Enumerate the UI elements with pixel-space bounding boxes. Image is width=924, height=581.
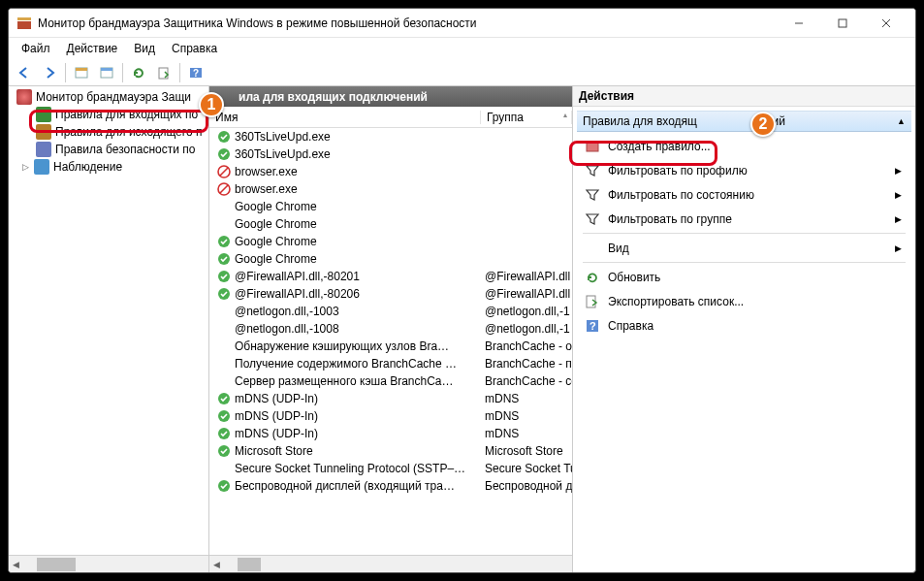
inbound-icon	[36, 107, 51, 122]
rule-name: mDNS (UDP-In)	[235, 409, 318, 423]
rules-panel: XXXила для входящих подключений Имя Груп…	[209, 86, 573, 572]
rule-row[interactable]: @FirewallAPI.dll,-80201@FirewallAPI.dll	[209, 268, 572, 285]
rule-row[interactable]: Secure Socket Tunneling Protocol (SSTP–……	[209, 460, 572, 477]
status-icon	[217, 462, 231, 475]
rule-name: @FirewallAPI.dll,-80201	[235, 270, 360, 283]
tree-root[interactable]: Монитор брандмауэра Защи	[9, 88, 208, 106]
rule-name: @netlogon.dll,-1008	[235, 322, 339, 336]
status-icon	[217, 444, 231, 458]
status-icon	[217, 427, 231, 440]
action-label: Вид	[608, 242, 629, 255]
rule-row[interactable]: Google Chrome	[209, 233, 572, 250]
action-item[interactable]: Вид▶	[577, 236, 911, 260]
new-window-icon[interactable]	[70, 62, 93, 83]
close-button[interactable]	[864, 10, 908, 37]
action-label: Фильтровать по группе	[608, 212, 732, 226]
content-area: Монитор брандмауэра Защи Правила для вхо…	[9, 86, 915, 572]
status-icon	[217, 270, 231, 283]
rule-row[interactable]: Microsoft StoreMicrosoft Store	[209, 442, 572, 460]
rule-row[interactable]: Получение содержимого BranchCache …Branc…	[209, 355, 572, 372]
list-hscrollbar[interactable]: ◀	[209, 555, 572, 572]
rule-row[interactable]: mDNS (UDP-In)mDNS	[209, 390, 572, 407]
rule-row[interactable]: 360TsLiveUpd.exe	[209, 145, 572, 163]
menu-action[interactable]: Действие	[60, 40, 125, 57]
action-item[interactable]: Экспортировать список...	[577, 289, 911, 313]
action-item[interactable]: Фильтровать по состоянию▶	[577, 182, 911, 207]
filter-icon	[585, 211, 600, 227]
rule-row[interactable]: @netlogon.dll,-1008@netlogon.dll,-1	[209, 320, 572, 338]
action-item[interactable]: Фильтровать по профилю▶	[577, 158, 911, 182]
rule-row[interactable]: Беспроводной дисплей (входящий тра…Беспр…	[209, 477, 572, 495]
filter-icon	[585, 187, 600, 203]
rule-row[interactable]: @FirewallAPI.dll,-80206@FirewallAPI.dll	[209, 285, 572, 303]
rule-name: Обнаружение кэширующих узлов Bra…	[235, 339, 449, 353]
tree-item-monitor[interactable]: ▷ Наблюдение	[9, 158, 208, 176]
svg-line-18	[220, 185, 228, 193]
tree-item-label: Правила для исходящего п	[55, 125, 202, 139]
refresh-icon[interactable]	[127, 62, 150, 83]
tree-item-inbound[interactable]: Правила для входящих по	[9, 106, 208, 123]
rule-row[interactable]: Google Chrome	[209, 215, 572, 233]
status-icon	[217, 305, 231, 318]
menu-view[interactable]: Вид	[127, 40, 162, 57]
new-icon	[585, 139, 600, 154]
action-label: Обновить	[608, 271, 660, 284]
back-button[interactable]	[13, 62, 36, 83]
actions-title: Действия	[573, 86, 915, 107]
forward-button[interactable]	[38, 62, 61, 83]
details-icon[interactable]	[95, 62, 118, 83]
maximize-button[interactable]	[820, 10, 864, 37]
action-item[interactable]: ?Справка	[577, 313, 911, 338]
rule-name: Secure Socket Tunneling Protocol (SSTP–…	[235, 462, 465, 475]
tree-hscrollbar[interactable]: ◀	[9, 555, 208, 572]
rule-name: 360TsLiveUpd.exe	[235, 147, 331, 161]
rule-row[interactable]: @netlogon.dll,-1003@netlogon.dll,-1	[209, 303, 572, 320]
rule-name: 360TsLiveUpd.exe	[235, 130, 331, 144]
rule-row[interactable]: Обнаружение кэширующих узлов Bra…BranchC…	[209, 338, 572, 355]
chevron-right-icon: ▶	[895, 214, 902, 224]
rule-row[interactable]: mDNS (UDP-In)mDNS	[209, 425, 572, 442]
toolbar: ?	[9, 59, 915, 86]
rule-row[interactable]: Google Chrome	[209, 198, 572, 215]
expander-icon[interactable]: ▷	[22, 162, 34, 172]
minimize-button[interactable]	[777, 10, 820, 37]
column-name[interactable]: Имя	[209, 111, 481, 124]
column-group[interactable]: Группа▴	[481, 111, 572, 124]
rule-row[interactable]: browser.exe	[209, 180, 572, 198]
rule-name: @FirewallAPI.dll,-80206	[235, 287, 360, 301]
action-item[interactable]: Обновить	[577, 265, 911, 289]
rule-name: Google Chrome	[235, 217, 317, 231]
badge-2: 2	[750, 112, 776, 137]
rule-row[interactable]: Google Chrome	[209, 250, 572, 268]
rule-name: Беспроводной дисплей (входящий тра…	[235, 479, 455, 493]
status-icon	[217, 322, 231, 336]
rule-group: Беспроводной д	[481, 479, 572, 493]
rule-row[interactable]: mDNS (UDP-In)mDNS	[209, 407, 572, 425]
rule-group: @FirewallAPI.dll	[481, 287, 572, 301]
export-icon[interactable]	[152, 62, 175, 83]
menu-help[interactable]: Справка	[165, 40, 224, 57]
status-icon	[217, 374, 231, 388]
titlebar: Монитор брандмауэра Защитника Windows в …	[9, 9, 915, 38]
rule-name: Google Chrome	[235, 252, 317, 266]
tree-item-security[interactable]: Правила безопасности по	[9, 141, 208, 158]
rule-group: BranchCache - об	[481, 339, 572, 353]
action-item[interactable]: Создать правило...	[577, 134, 911, 158]
svg-rect-9	[101, 68, 112, 71]
rule-row[interactable]: 360TsLiveUpd.exe	[209, 128, 572, 145]
chevron-right-icon: ▶	[895, 166, 902, 176]
tree-item-outbound[interactable]: Правила для исходящего п	[9, 123, 208, 141]
menu-file[interactable]: Файл	[15, 40, 57, 57]
rules-panel-title: XXXила для входящих подключений	[209, 86, 572, 107]
rules-list[interactable]: 360TsLiveUpd.exe360TsLiveUpd.exebrowser.…	[209, 128, 572, 555]
status-icon	[217, 339, 231, 353]
status-icon	[217, 130, 231, 144]
actions-subtitle[interactable]: Правила для входящ чений ▲	[577, 111, 911, 132]
actions-panel: Действия Правила для входящ чений ▲ Созд…	[573, 86, 915, 572]
none-icon	[585, 241, 600, 256]
rule-row[interactable]: browser.exe	[209, 163, 572, 180]
rule-row[interactable]: Сервер размещенного кэша BranchCa…Branch…	[209, 372, 572, 390]
action-item[interactable]: Фильтровать по группе▶	[577, 207, 911, 231]
firewall-icon	[16, 89, 32, 105]
help-icon[interactable]: ?	[184, 62, 207, 83]
